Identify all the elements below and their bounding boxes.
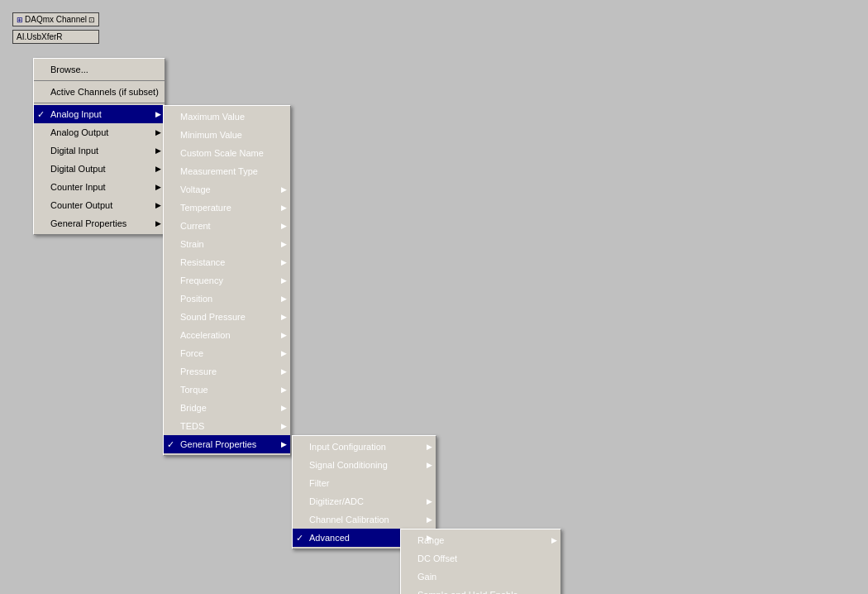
menu-item-dc-offset[interactable]: DC Offset bbox=[401, 549, 560, 568]
menu-item-bridge[interactable]: Bridge bbox=[164, 399, 290, 417]
menu-item-max-value[interactable]: Maximum Value bbox=[164, 108, 290, 126]
menu-item-filter[interactable]: Filter bbox=[293, 474, 436, 492]
menu-item-pressure[interactable]: Pressure bbox=[164, 362, 290, 381]
menu-item-teds[interactable]: TEDS bbox=[164, 417, 290, 435]
menu-item-browse[interactable]: Browse... bbox=[34, 60, 165, 79]
menu-item-signal-conditioning[interactable]: Signal Conditioning bbox=[293, 456, 436, 474]
main-menu: Browse... Active Channels (if subset) An… bbox=[33, 58, 165, 235]
ai-block[interactable]: AI.UsbXferR bbox=[12, 30, 99, 44]
menu-item-counter-output[interactable]: Counter Output bbox=[34, 196, 165, 214]
menu-item-analog-output[interactable]: Analog Output bbox=[34, 123, 165, 141]
daqmx-label: DAQmx Channel bbox=[25, 15, 87, 24]
separator-2 bbox=[34, 103, 165, 103]
menu-item-sample-hold[interactable]: Sample and Hold Enable bbox=[401, 586, 560, 594]
analog-input-label: Analog Input bbox=[50, 107, 161, 122]
menu-item-channel-calibration[interactable]: Channel Calibration bbox=[293, 510, 436, 529]
menu-item-custom-scale[interactable]: Custom Scale Name bbox=[164, 144, 290, 162]
menu-item-digital-input[interactable]: Digital Input bbox=[34, 141, 165, 160]
advanced-submenu: Range DC Offset Gain Sample and Hold Ena… bbox=[400, 529, 561, 594]
ai-label: AI.UsbXferR bbox=[17, 32, 63, 41]
menu-item-counter-input[interactable]: Counter Input bbox=[34, 178, 165, 196]
menu-item-current[interactable]: Current bbox=[164, 217, 290, 235]
general-properties-submenu: Input Configuration Signal Conditioning … bbox=[292, 435, 436, 549]
menu-item-advanced[interactable]: Advanced Range DC Offset Gain Sample and… bbox=[293, 529, 436, 547]
menu-item-torque[interactable]: Torque bbox=[164, 381, 290, 399]
menu-item-analog-input[interactable]: Analog Input Maximum Value Minimum Value… bbox=[34, 105, 165, 123]
browse-label: Browse... bbox=[50, 62, 161, 77]
menu-item-range[interactable]: Range bbox=[401, 531, 560, 549]
toolbar: ⊞ DAQmx Channel ⊡ AI.UsbXferR bbox=[12, 12, 99, 44]
menu-item-active-channels[interactable]: Active Channels (if subset) bbox=[34, 83, 165, 101]
active-channels-label: Active Channels (if subset) bbox=[50, 84, 161, 99]
separator-1 bbox=[34, 80, 165, 81]
menu-item-position[interactable]: Position bbox=[164, 290, 290, 308]
menu-item-acceleration[interactable]: Acceleration bbox=[164, 326, 290, 344]
menu-item-digitizer-adc[interactable]: Digitizer/ADC bbox=[293, 492, 436, 510]
menu-item-voltage[interactable]: Voltage bbox=[164, 180, 290, 199]
menu-item-measurement-type[interactable]: Measurement Type bbox=[164, 162, 290, 180]
menu-item-force[interactable]: Force bbox=[164, 344, 290, 362]
daqmx-channel-block[interactable]: ⊞ DAQmx Channel ⊡ bbox=[12, 12, 99, 26]
menu-item-temperature[interactable]: Temperature bbox=[164, 199, 290, 217]
menu-item-sound-pressure[interactable]: Sound Pressure bbox=[164, 308, 290, 326]
menu-item-input-configuration[interactable]: Input Configuration bbox=[293, 438, 436, 456]
menu-item-min-value[interactable]: Minimum Value bbox=[164, 126, 290, 144]
menu-item-gain[interactable]: Gain bbox=[401, 568, 560, 586]
menu-item-general-props-main[interactable]: General Properties bbox=[34, 214, 165, 232]
menu-item-frequency[interactable]: Frequency bbox=[164, 271, 290, 290]
menu-item-digital-output[interactable]: Digital Output bbox=[34, 160, 165, 178]
analog-input-submenu: Maximum Value Minimum Value Custom Scale… bbox=[163, 105, 291, 456]
context-menu: Browse... Active Channels (if subset) An… bbox=[17, 50, 165, 235]
menu-item-resistance[interactable]: Resistance bbox=[164, 253, 290, 271]
menu-item-strain[interactable]: Strain bbox=[164, 235, 290, 253]
menu-item-general-properties[interactable]: General Properties Input Configuration S… bbox=[164, 435, 290, 453]
